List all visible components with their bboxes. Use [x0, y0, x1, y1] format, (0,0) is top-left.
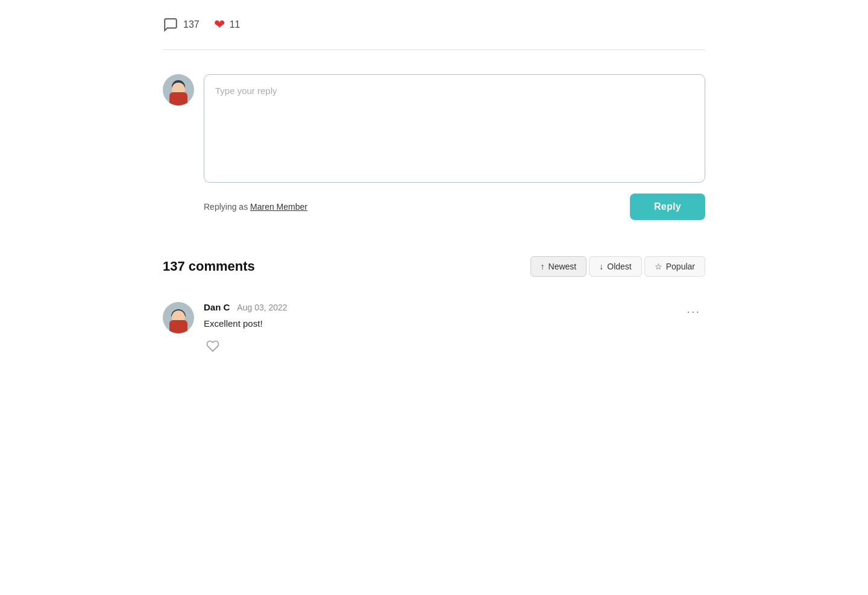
- replying-as-text: Replying as Maren Member: [204, 202, 307, 212]
- user-name-link[interactable]: Maren Member: [250, 202, 307, 212]
- chat-icon: [163, 17, 178, 33]
- current-user-avatar: [163, 74, 194, 105]
- comment-count: 137: [183, 19, 200, 30]
- comment-author-avatar: [163, 302, 194, 333]
- sort-oldest-label: Oldest: [607, 262, 631, 271]
- sort-popular-label: Popular: [666, 262, 695, 271]
- like-count: 11: [230, 19, 241, 30]
- stats-bar: 137 ❤ 11: [163, 0, 705, 49]
- reply-section: [163, 50, 705, 185]
- comment-author: Dan C: [204, 302, 230, 312]
- comment-text: Excellent post!: [204, 317, 705, 331]
- sort-popular-button[interactable]: ☆ Popular: [644, 256, 705, 277]
- comment-more-options-button[interactable]: ···: [682, 302, 705, 321]
- comment-meta: Dan C Aug 03, 2022: [204, 302, 705, 312]
- comment-content: Dan C Aug 03, 2022 Excellent post!: [204, 302, 705, 355]
- comment-avatar-body: [169, 320, 187, 333]
- sort-oldest-icon: ↓: [599, 262, 603, 271]
- comments-count-title: 137 comments: [163, 259, 255, 274]
- avatar-body: [169, 92, 187, 105]
- like-stat: ❤ 11: [214, 17, 241, 33]
- comment-like-button[interactable]: [204, 337, 222, 355]
- sort-popular-icon: ☆: [655, 262, 662, 271]
- sort-buttons: ↑ Newest ↓ Oldest ☆ Popular: [530, 256, 705, 277]
- sort-newest-button[interactable]: ↑ Newest: [530, 256, 587, 277]
- heart-filled-icon: ❤: [214, 17, 225, 33]
- reply-input[interactable]: [204, 74, 705, 183]
- comments-header: 137 comments ↑ Newest ↓ Oldest ☆ Popular: [163, 256, 705, 277]
- comment-date: Aug 03, 2022: [237, 303, 287, 312]
- reply-textarea-wrapper: [204, 74, 705, 185]
- reply-footer: Replying as Maren Member Reply: [163, 194, 705, 220]
- comment-stat: 137: [163, 17, 200, 33]
- sort-newest-label: Newest: [549, 262, 577, 271]
- sort-oldest-button[interactable]: ↓ Oldest: [589, 256, 641, 277]
- comment-item: Dan C Aug 03, 2022 Excellent post! ···: [163, 296, 705, 361]
- reply-button[interactable]: Reply: [630, 194, 705, 220]
- heart-outline-icon: [206, 339, 219, 353]
- sort-newest-icon: ↑: [541, 262, 545, 271]
